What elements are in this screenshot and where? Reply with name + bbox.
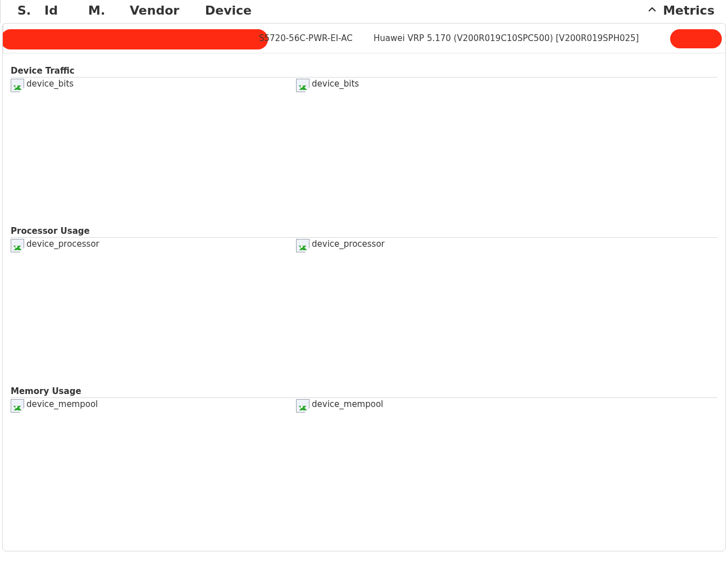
broken-image-icon: device_mempool — [296, 399, 383, 413]
section-title-processor: Processor Usage — [11, 226, 717, 236]
device-firmware: Huawei VRP 5.170 (V200R019C10SPC500) [V2… — [374, 33, 639, 43]
graph-row-memory: device_mempool device_mempool — [11, 399, 717, 540]
broken-image-icon: device_bits — [11, 79, 74, 92]
device-model: S5720-56C-PWR-EI-AC — [259, 33, 353, 43]
section-rule — [11, 77, 717, 78]
broken-image-icon: device_bits — [296, 79, 359, 92]
column-header-id[interactable]: Id — [44, 3, 88, 17]
graph-processor-1[interactable]: device_processor — [11, 239, 296, 379]
section-title-memory: Memory Usage — [11, 386, 717, 396]
graph-traffic-1[interactable]: device_bits — [11, 79, 296, 219]
column-header-metrics[interactable]: Metrics — [647, 3, 718, 17]
graph-alt-text: device_processor — [26, 239, 99, 248]
column-header-vendor[interactable]: Vendor — [130, 3, 205, 17]
graph-row-processor: device_processor device_processor — [11, 239, 717, 379]
graph-memory-1[interactable]: device_mempool — [11, 399, 296, 540]
device-card: S5720-56C-PWR-EI-AC Huawei VRP 5.170 (V2… — [2, 23, 726, 551]
section-rule — [11, 397, 717, 398]
column-header-metrics-label: Metrics — [663, 3, 715, 17]
graph-alt-text: device_mempool — [312, 399, 383, 409]
graph-alt-text: device_bits — [312, 79, 359, 88]
column-header-device[interactable]: Device — [205, 3, 647, 17]
column-header-row: S. Id M. Vendor Device Metrics — [0, 0, 728, 23]
broken-image-icon: device_processor — [11, 239, 99, 252]
graph-alt-text: device_bits — [26, 79, 74, 88]
column-header-m[interactable]: M. — [88, 3, 130, 17]
graph-row-traffic: device_bits device_bits — [11, 79, 717, 219]
section-rule — [11, 237, 717, 238]
graph-traffic-2[interactable]: device_bits — [296, 79, 581, 219]
broken-image-icon: device_processor — [296, 239, 385, 252]
chevron-up-icon — [647, 3, 657, 17]
graph-processor-2[interactable]: device_processor — [296, 239, 581, 379]
redaction-left — [3, 29, 268, 49]
graph-alt-text: device_processor — [312, 239, 385, 248]
graph-memory-2[interactable]: device_mempool — [296, 399, 581, 540]
section-title-traffic: Device Traffic — [11, 66, 717, 76]
device-metrics-panel: Device Traffic device_bits device_bits P… — [3, 53, 725, 551]
column-header-status[interactable]: S. — [11, 3, 44, 17]
graph-alt-text: device_mempool — [26, 399, 98, 409]
broken-image-icon: device_mempool — [11, 399, 98, 413]
redaction-right — [670, 29, 722, 48]
device-summary-row[interactable]: S5720-56C-PWR-EI-AC Huawei VRP 5.170 (V2… — [3, 24, 725, 53]
